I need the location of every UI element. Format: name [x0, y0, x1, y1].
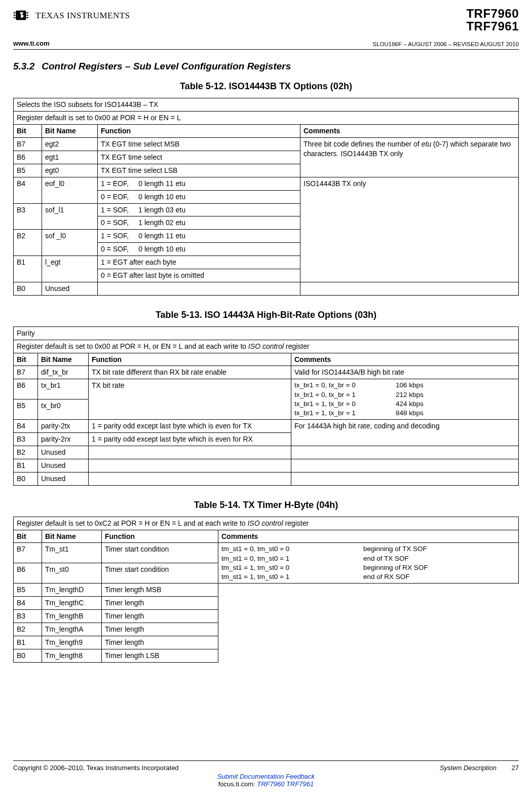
t14-b1-func: Timer length — [102, 636, 218, 649]
t14-h-func: Function — [102, 530, 218, 543]
t12-b2-f1: 1 = SOF, 0 length 11 etu — [98, 230, 300, 243]
t12-b2-name: sof _l0 — [42, 230, 98, 256]
t14-b2-func: Timer length — [102, 623, 218, 636]
t14-b3-bit: B3 — [14, 610, 42, 623]
t14-b4-name: Tm_lengthC — [42, 597, 102, 610]
t12-h-name: Bit Name — [42, 125, 98, 138]
section-title: Control Registers – Sub Level Configurat… — [42, 61, 291, 71]
t13-b1-bit: B1 — [14, 459, 38, 472]
ti-chip-icon — [13, 7, 30, 24]
svg-rect-6 — [27, 17, 28, 18]
t14-b0-bit: B0 — [14, 649, 42, 662]
part-number-1: TRF7960 — [466, 7, 519, 20]
t12-iso-comment: ISO14443B TX only — [300, 177, 519, 282]
t14-b2-name: Tm_lengthA — [42, 623, 102, 636]
t12-b3-f0: 0 = SOF, 1 length 02 etu — [98, 216, 300, 230]
t14-b7-bit: B7 — [14, 543, 42, 563]
t13-b2-func — [89, 446, 291, 459]
t14-b3-func: Timer length — [102, 610, 218, 623]
t12-egt-comment: Three bit code defines the number of etu… — [300, 138, 519, 177]
t14-b4-func: Timer length — [102, 597, 218, 610]
t12-h-func: Function — [98, 125, 300, 138]
section-number: 5.3.2 — [13, 61, 34, 71]
t12-b1-f0: 0 = EGT after last byte is omitted — [98, 269, 300, 282]
t12-b6-bit: B6 — [14, 151, 42, 164]
t12-b4-name: eof_l0 — [42, 177, 98, 203]
t13-b0-comm — [291, 472, 519, 485]
t12-b0-name: Unused — [42, 282, 98, 295]
t13-b2-name: Unused — [38, 446, 89, 459]
t13-b7-comm: Valid for ISO14443A/B high bit rate — [291, 366, 519, 379]
t14-desc: Register default is set to 0xC2 at POR =… — [14, 517, 519, 530]
t14-b0-func: Timer length LSB — [102, 649, 218, 662]
t13-b7-bit: B7 — [14, 366, 38, 379]
t13-h-name: Bit Name — [38, 353, 89, 366]
t13-b0-func — [89, 472, 291, 485]
table-5-14: Register default is set to 0xC2 at POR =… — [13, 517, 519, 663]
t14-h-name: Bit Name — [42, 530, 102, 543]
t13-b7-func: TX bit rate different than RX bit rate e… — [89, 366, 291, 379]
t14-b1-bit: B1 — [14, 636, 42, 649]
t12-b6-name: egt1 — [42, 151, 98, 164]
t14-b6-func: Timer start condition — [102, 563, 218, 584]
t13-b1-name: Unused — [38, 459, 89, 472]
svg-rect-2 — [14, 15, 15, 16]
t14-b7-func: Timer start condition — [102, 543, 218, 563]
focus-prefix: focus.ti.com: — [218, 780, 257, 788]
t12-b1-f1: 1 = EGT after each byte — [98, 256, 300, 269]
t14-b5-bit: B5 — [14, 584, 42, 597]
t14-b1-name: Tm_length9 — [42, 636, 102, 649]
t13-b2-comm — [291, 446, 519, 459]
t14-h-comm: Comments — [218, 530, 519, 543]
feedback-link[interactable]: Submit Documentation Feedback — [217, 773, 315, 780]
t12-b3-f1: 1 = SOF, 1 length 03 etu — [98, 203, 300, 216]
table-5-14-caption: Table 5-14. TX Timer H-Byte (04h) — [13, 500, 519, 511]
focus-link[interactable]: TRF7960 TRF7961 — [257, 780, 314, 788]
t13-b1-func — [89, 459, 291, 472]
t14-st-comment: tm_st1 = 0, tm_st0 = 0beginning of TX SO… — [218, 543, 519, 584]
t12-b7-func: TX EGT time select MSB — [98, 138, 300, 151]
t12-b1-bit: B1 — [14, 256, 42, 282]
t14-b3-name: Tm_lengthB — [42, 610, 102, 623]
t13-br-comment: tx_br1 = 0, tx_br = 0106 kbps tx_br1 = 0… — [291, 379, 519, 420]
svg-rect-1 — [14, 12, 15, 13]
table-5-13-caption: Table 5-13. ISO 14443A High-Bit-Rate Opt… — [13, 310, 519, 320]
t12-b4-bit: B4 — [14, 177, 42, 203]
t12-b5-name: egt0 — [42, 164, 98, 177]
t13-b3-name: parity-2rx — [38, 433, 89, 446]
page-footer: Copyright © 2006–2010, Texas Instruments… — [13, 760, 519, 788]
footer-section: System Description — [440, 764, 497, 772]
page-number: 27 — [512, 764, 519, 772]
t12-b7-bit: B7 — [14, 138, 42, 151]
t13-b7-name: dif_tx_br — [38, 366, 89, 379]
t14-b5-name: Tm_lengthD — [42, 584, 102, 597]
t12-desc1: Selects the ISO subsets for ISO14443B – … — [14, 98, 519, 112]
t13-desc2: Register default is set to 0x00 at POR =… — [14, 340, 519, 353]
t12-b5-func: TX EGT time select LSB — [98, 164, 300, 177]
t14-b5-func: Timer length MSB — [102, 584, 218, 597]
t13-h-comm: Comments — [291, 353, 519, 366]
t13-b0-name: Unused — [38, 472, 89, 485]
t13-b6-name: tx_br1 — [38, 379, 89, 399]
t13-h-func: Function — [89, 353, 291, 366]
t12-h-bit: Bit — [14, 125, 42, 138]
t13-b1-comm — [291, 459, 519, 472]
t13-b6-func: TX bit rate — [89, 379, 291, 420]
copyright: Copyright © 2006–2010, Texas Instruments… — [13, 764, 179, 772]
t12-b4-f0: 0 = EOF, 0 length 10 etu — [98, 190, 300, 203]
t12-b5-bit: B5 — [14, 164, 42, 177]
t12-b3-bit: B3 — [14, 203, 42, 230]
t12-b0-comm — [300, 282, 519, 295]
site-link[interactable]: www.ti.com — [13, 40, 50, 47]
t12-b3-name: sof_l1 — [42, 203, 98, 230]
t14-b2-bit: B2 — [14, 623, 42, 636]
t12-b4-f1: 1 = EOF, 0 length 11 etu — [98, 177, 300, 190]
t13-b4-name: parity-2tx — [38, 420, 89, 433]
t14-b6-name: Tm_st0 — [42, 563, 102, 584]
t13-b4-func: 1 = parity odd except last byte which is… — [89, 420, 291, 433]
t13-b3-bit: B3 — [14, 433, 38, 446]
section-heading: 5.3.2Control Registers – Sub Level Confi… — [13, 61, 519, 72]
t14-b7-name: Tm_st1 — [42, 543, 102, 563]
t14-h-bit: Bit — [14, 530, 42, 543]
t13-b0-bit: B0 — [14, 472, 38, 485]
